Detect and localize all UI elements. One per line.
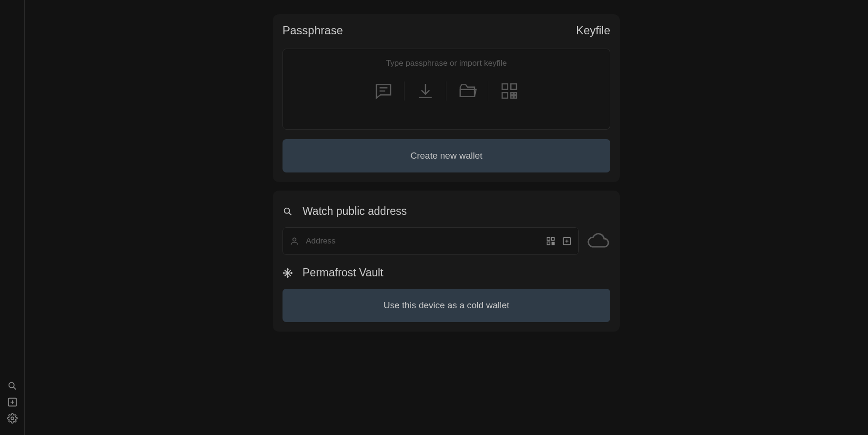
svg-rect-24 bbox=[554, 244, 555, 245]
svg-rect-14 bbox=[514, 96, 516, 98]
vault-section-title: Permafrost Vault bbox=[303, 266, 384, 279]
settings-icon[interactable] bbox=[7, 413, 18, 424]
address-row bbox=[283, 227, 610, 255]
passphrase-action-row bbox=[363, 81, 530, 101]
svg-rect-25 bbox=[552, 244, 553, 245]
watch-section-header: Watch public address bbox=[283, 205, 610, 218]
svg-point-5 bbox=[11, 417, 14, 420]
search-icon[interactable] bbox=[7, 381, 18, 391]
passphrase-placeholder: Type passphrase or import keyfile bbox=[386, 59, 507, 68]
svg-rect-23 bbox=[552, 243, 553, 243]
svg-rect-11 bbox=[511, 84, 516, 90]
qr-code-icon[interactable] bbox=[488, 81, 530, 101]
passphrase-card: Passphrase Keyfile Type passphrase or im… bbox=[273, 14, 620, 182]
vault-section-header: Permafrost Vault bbox=[283, 266, 610, 279]
svg-point-0 bbox=[9, 383, 14, 388]
sidebar bbox=[0, 0, 25, 435]
snowflake-icon bbox=[283, 268, 293, 278]
svg-rect-16 bbox=[514, 92, 516, 95]
content-column: Passphrase Keyfile Type passphrase or im… bbox=[273, 14, 620, 435]
cloud-icon[interactable] bbox=[587, 232, 610, 251]
svg-rect-13 bbox=[511, 92, 513, 95]
passphrase-card-header: Passphrase Keyfile bbox=[283, 24, 610, 37]
qr-code-icon[interactable] bbox=[546, 236, 555, 246]
svg-line-18 bbox=[289, 212, 291, 215]
main-area: Passphrase Keyfile Type passphrase or im… bbox=[25, 0, 868, 435]
address-input-wrap bbox=[283, 227, 579, 255]
watch-section-title: Watch public address bbox=[303, 205, 407, 218]
svg-point-19 bbox=[293, 238, 296, 241]
create-wallet-button[interactable]: Create new wallet bbox=[283, 139, 610, 172]
search-icon bbox=[283, 206, 293, 217]
svg-rect-15 bbox=[511, 96, 513, 98]
folder-open-icon[interactable] bbox=[446, 81, 488, 101]
svg-line-1 bbox=[13, 387, 16, 389]
svg-rect-12 bbox=[502, 92, 508, 98]
svg-rect-21 bbox=[552, 238, 555, 241]
message-icon[interactable] bbox=[363, 81, 404, 101]
svg-rect-10 bbox=[502, 84, 508, 90]
svg-point-17 bbox=[284, 208, 290, 213]
download-icon[interactable] bbox=[404, 81, 446, 101]
cold-wallet-button[interactable]: Use this device as a cold wallet bbox=[283, 289, 610, 322]
add-icon[interactable] bbox=[7, 397, 18, 407]
svg-rect-20 bbox=[547, 238, 550, 241]
add-square-icon[interactable] bbox=[562, 236, 572, 246]
person-icon bbox=[290, 236, 299, 246]
passphrase-input-area[interactable]: Type passphrase or import keyfile bbox=[283, 49, 610, 130]
tab-keyfile[interactable]: Keyfile bbox=[576, 24, 610, 37]
watch-card: Watch public address bbox=[273, 191, 620, 332]
svg-rect-26 bbox=[554, 243, 555, 243]
svg-rect-22 bbox=[547, 242, 550, 245]
address-input[interactable] bbox=[306, 236, 539, 246]
tab-passphrase[interactable]: Passphrase bbox=[283, 24, 343, 37]
